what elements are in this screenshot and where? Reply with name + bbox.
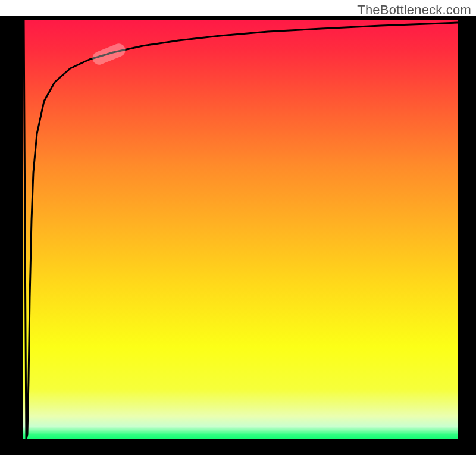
plot-area	[0, 0, 476, 476]
curve-layer	[0, 0, 476, 476]
bottleneck-curve	[24, 20, 458, 439]
chart-stage: TheBottleneck.com	[0, 0, 476, 476]
watermark-label: TheBottleneck.com	[357, 2, 471, 18]
